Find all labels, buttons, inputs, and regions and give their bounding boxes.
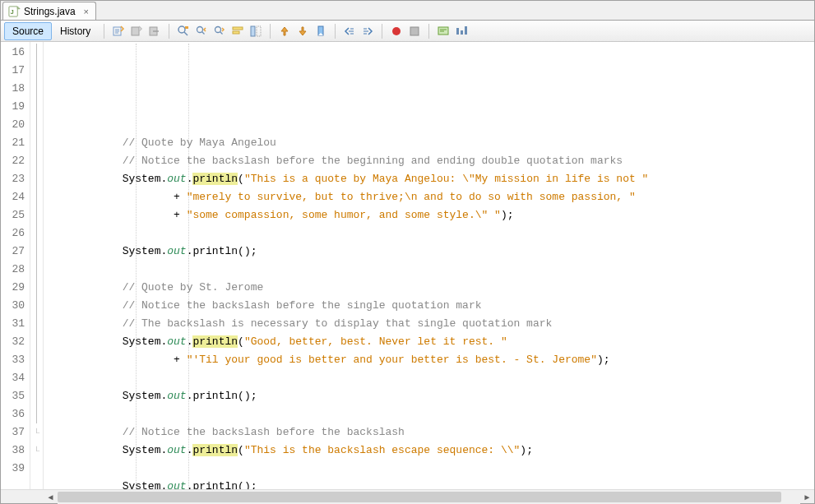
line-number: 38 <box>1 442 25 460</box>
scroll-track[interactable] <box>58 490 800 504</box>
line-number: 31 <box>1 315 25 333</box>
separator <box>382 24 382 39</box>
line-number: 17 <box>1 62 25 80</box>
code-line: + "some compassion, some humor, and some… <box>45 206 814 224</box>
svg-point-14 <box>392 27 401 35</box>
editor-window: J Strings.java × Source History <box>0 0 815 504</box>
separator <box>169 24 169 39</box>
line-number: 18 <box>1 80 25 98</box>
forward-icon[interactable] <box>148 25 161 38</box>
line-number: 30 <box>1 297 25 315</box>
svg-rect-9 <box>233 27 243 30</box>
line-number: 35 <box>1 387 25 405</box>
code-line: System.out.println("This is the backslas… <box>45 442 814 460</box>
code-line: + "merely to survive, but to thrive;\n a… <box>45 188 814 206</box>
code-line: System.out.println(); <box>45 387 814 405</box>
line-number: 36 <box>1 405 25 423</box>
code-line <box>45 369 814 387</box>
separator <box>335 24 336 39</box>
line-number: 29 <box>1 279 25 297</box>
separator <box>270 24 271 39</box>
code-line: // The backslash is necessary to display… <box>45 315 814 333</box>
comment-icon[interactable] <box>437 25 450 38</box>
code-line: // Quote by St. Jerome <box>45 279 814 297</box>
line-number: 26 <box>1 224 25 243</box>
source-tab[interactable]: Source <box>4 22 52 40</box>
code-line: System.out.println(); <box>45 243 814 261</box>
shift-left-icon[interactable] <box>343 25 356 38</box>
line-number: 27 <box>1 243 25 261</box>
line-number: 33 <box>1 351 25 369</box>
svg-rect-10 <box>233 31 239 34</box>
toggle-highlight-icon[interactable] <box>231 25 244 38</box>
code-line: // Notice the backslash before the backs… <box>45 423 814 442</box>
line-number: 21 <box>1 134 25 152</box>
svg-point-7 <box>197 26 203 32</box>
code-line <box>45 224 814 243</box>
svg-point-8 <box>215 26 221 32</box>
code-line: System.out.println("This is a quote by M… <box>45 170 814 188</box>
svg-text:J: J <box>11 9 14 15</box>
code-line: System.out.println(); <box>45 478 814 489</box>
find-prev-icon[interactable] <box>195 25 208 38</box>
code-line <box>45 405 814 423</box>
toggle-bookmark-icon[interactable] <box>314 25 327 38</box>
code-line: // Quote by Maya Angelou <box>45 134 814 152</box>
svg-rect-11 <box>251 26 255 36</box>
tab-strings-java[interactable]: J Strings.java × <box>2 2 96 20</box>
close-icon[interactable]: × <box>82 7 90 16</box>
line-number: 39 <box>1 460 25 478</box>
code-line: + "'Til your good is better and your bet… <box>45 351 814 369</box>
horizontal-scrollbar[interactable]: ◄ ► <box>1 489 814 503</box>
line-number-gutter[interactable]: 1617181920212223242526272829303132333435… <box>1 42 30 489</box>
code-line <box>45 116 814 134</box>
code-line <box>45 460 814 478</box>
scroll-left-icon[interactable]: ◄ <box>44 490 58 504</box>
find-next-icon[interactable] <box>213 25 226 38</box>
code-line: // Notice the backslash before the singl… <box>45 297 814 315</box>
line-number: 16 <box>1 44 25 62</box>
code-area[interactable]: // Quote by Maya Angelou // Notice the b… <box>44 42 814 489</box>
line-number: 25 <box>1 206 25 224</box>
editor-area: 1617181920212223242526272829303132333435… <box>1 42 814 489</box>
line-number: 34 <box>1 369 25 387</box>
toggle-rect-icon[interactable] <box>249 25 262 38</box>
line-number: 37 <box>1 423 25 442</box>
tab-label: Strings.java <box>24 6 76 17</box>
scroll-thumb[interactable] <box>58 492 781 502</box>
back-icon[interactable] <box>130 25 143 38</box>
line-number: 19 <box>1 98 25 116</box>
uncomment-icon[interactable] <box>455 25 468 38</box>
line-number: 22 <box>1 152 25 170</box>
line-number: 20 <box>1 116 25 134</box>
java-file-icon: J <box>8 5 21 17</box>
svg-rect-3 <box>132 27 139 35</box>
last-edit-icon[interactable] <box>112 25 125 38</box>
separator <box>104 24 104 39</box>
code-line <box>45 261 814 279</box>
svg-point-5 <box>178 26 185 33</box>
toolbar: Source History <box>1 21 814 42</box>
tab-bar: J Strings.java × <box>1 1 814 21</box>
prev-bookmark-icon[interactable] <box>278 25 291 38</box>
svg-rect-15 <box>410 27 419 35</box>
macro-record-icon[interactable] <box>390 25 403 38</box>
fold-column[interactable]: └└ <box>30 42 44 489</box>
svg-rect-12 <box>257 26 261 36</box>
next-bookmark-icon[interactable] <box>296 25 309 38</box>
code-line: System.out.println("Good, better, best. … <box>45 333 814 351</box>
scroll-right-icon[interactable]: ► <box>800 490 814 504</box>
separator <box>428 24 429 39</box>
history-tab[interactable]: History <box>52 22 99 40</box>
find-selection-icon[interactable] <box>177 25 190 38</box>
shift-right-icon[interactable] <box>361 25 374 38</box>
code-line: // Notice the backslash before the begin… <box>45 152 814 170</box>
line-number: 28 <box>1 261 25 279</box>
macro-stop-icon[interactable] <box>408 25 421 38</box>
line-number: 32 <box>1 333 25 351</box>
line-number: 24 <box>1 188 25 206</box>
line-number: 23 <box>1 170 25 188</box>
svg-rect-6 <box>185 26 188 29</box>
